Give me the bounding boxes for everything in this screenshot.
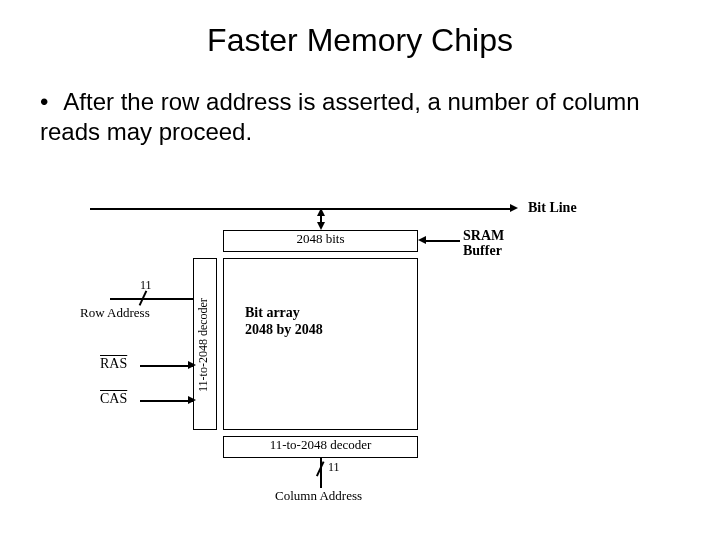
- row-addr-width: 11: [140, 278, 152, 293]
- bullet-text: After the row address is asserted, a num…: [40, 88, 640, 145]
- sram-pointer-line: [425, 240, 460, 242]
- row-decoder-label: 11-to-2048 decoder: [196, 280, 211, 410]
- sram-buffer-box: 2048 bits: [223, 230, 418, 252]
- bit-line-arrow: [510, 204, 518, 212]
- sram-label-2: Buffer: [463, 243, 502, 259]
- col-decoder-box: 11-to-2048 decoder: [223, 436, 418, 458]
- slide-title: Faster Memory Chips: [0, 22, 720, 59]
- bit-line-wire: [90, 208, 510, 210]
- sram-label-1: SRAM: [463, 228, 504, 244]
- bitline-arrow-up: [317, 208, 325, 216]
- ras-arrow: [188, 361, 196, 369]
- bit-line-label: Bit Line: [528, 200, 577, 216]
- bullet-list: • After the row address is asserted, a n…: [40, 87, 680, 147]
- ras-label: RAS: [100, 356, 127, 372]
- bullet-dot: •: [40, 87, 58, 117]
- bit-array-label-1: Bit array: [245, 305, 300, 321]
- col-decoder-label: 11-to-2048 decoder: [270, 437, 372, 452]
- cas-arrow: [188, 396, 196, 404]
- column-address-label: Column Address: [275, 488, 362, 504]
- col-addr-width: 11: [328, 460, 340, 475]
- bit-array-box: [223, 258, 418, 430]
- cas-wire: [140, 400, 193, 402]
- bitline-arrow-down: [317, 222, 325, 230]
- sram-pointer-arrow: [418, 236, 426, 244]
- buffer-bits-label: 2048 bits: [296, 231, 344, 246]
- bit-array-label-2: 2048 by 2048: [245, 322, 323, 338]
- row-addr-wire: [110, 298, 193, 300]
- cas-label: CAS: [100, 391, 127, 407]
- ras-wire: [140, 365, 193, 367]
- row-address-label: Row Address: [80, 305, 150, 321]
- memory-chip-diagram: Bit Line 2048 bits SRAM Buffer Bit array…: [80, 200, 620, 530]
